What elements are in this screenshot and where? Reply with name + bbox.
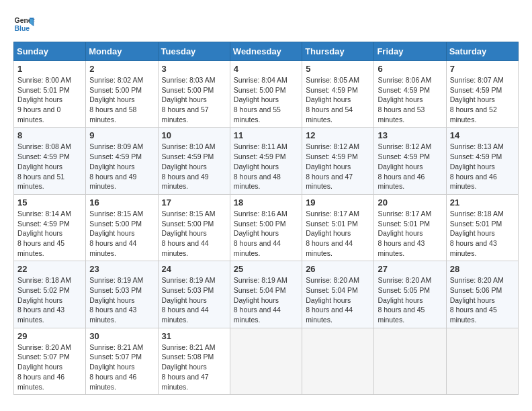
day-cell: 1 Sunrise: 8:00 AM Sunset: 5:01 PM Dayli… <box>14 61 86 128</box>
weekday-sunday: Sunday <box>14 42 86 61</box>
day-info: Sunrise: 8:19 AM Sunset: 5:04 PM Dayligh… <box>234 275 298 324</box>
day-info: Sunrise: 8:09 AM Sunset: 4:59 PM Dayligh… <box>89 142 154 191</box>
day-info: Sunrise: 8:15 AM Sunset: 5:00 PM Dayligh… <box>89 209 154 258</box>
day-cell: 27 Sunrise: 8:20 AM Sunset: 5:05 PM Dayl… <box>374 261 446 328</box>
day-info: Sunrise: 8:12 AM Sunset: 4:59 PM Dayligh… <box>378 142 442 191</box>
day-cell: 11 Sunrise: 8:11 AM Sunset: 4:59 PM Dayl… <box>230 128 302 194</box>
day-info: Sunrise: 8:04 AM Sunset: 5:00 PM Dayligh… <box>234 75 298 124</box>
weekday-monday: Monday <box>86 42 158 61</box>
day-info: Sunrise: 8:13 AM Sunset: 4:59 PM Dayligh… <box>450 142 515 191</box>
day-info: Sunrise: 8:20 AM Sunset: 5:06 PM Dayligh… <box>450 275 515 324</box>
day-number: 26 <box>306 264 370 274</box>
day-info: Sunrise: 8:03 AM Sunset: 5:00 PM Dayligh… <box>162 75 226 124</box>
day-info: Sunrise: 8:21 AM Sunset: 5:07 PM Dayligh… <box>89 342 154 392</box>
day-number: 6 <box>378 64 442 74</box>
day-info: Sunrise: 8:12 AM Sunset: 4:59 PM Dayligh… <box>306 142 370 191</box>
svg-text:Blue: Blue <box>15 25 30 32</box>
day-number: 14 <box>450 130 515 140</box>
weekday-tuesday: Tuesday <box>158 42 230 61</box>
day-info: Sunrise: 8:14 AM Sunset: 4:59 PM Dayligh… <box>17 209 82 258</box>
day-number: 1 <box>17 64 82 74</box>
day-info: Sunrise: 8:18 AM Sunset: 5:01 PM Dayligh… <box>450 209 515 258</box>
week-row-1: 1 Sunrise: 8:00 AM Sunset: 5:01 PM Dayli… <box>14 61 519 128</box>
logo: General Blue <box>13 13 38 35</box>
day-cell: 19 Sunrise: 8:17 AM Sunset: 5:01 PM Dayl… <box>302 194 374 261</box>
day-info: Sunrise: 8:06 AM Sunset: 4:59 PM Dayligh… <box>378 75 442 124</box>
day-info: Sunrise: 8:07 AM Sunset: 4:59 PM Dayligh… <box>450 75 515 124</box>
day-info: Sunrise: 8:17 AM Sunset: 5:01 PM Dayligh… <box>378 209 442 258</box>
day-info: Sunrise: 8:18 AM Sunset: 5:02 PM Dayligh… <box>17 275 82 324</box>
day-cell: 26 Sunrise: 8:20 AM Sunset: 5:04 PM Dayl… <box>302 261 374 328</box>
day-info: Sunrise: 8:00 AM Sunset: 5:01 PM Dayligh… <box>17 75 82 124</box>
day-number: 5 <box>306 64 370 74</box>
weekday-header-row: SundayMondayTuesdayWednesdayThursdayFrid… <box>14 42 519 61</box>
week-row-4: 22 Sunrise: 8:18 AM Sunset: 5:02 PM Dayl… <box>14 261 519 328</box>
day-number: 25 <box>234 264 298 274</box>
day-cell: 5 Sunrise: 8:05 AM Sunset: 4:59 PM Dayli… <box>302 61 374 128</box>
day-number: 18 <box>234 197 298 208</box>
week-row-3: 15 Sunrise: 8:14 AM Sunset: 4:59 PM Dayl… <box>14 194 519 261</box>
day-cell: 4 Sunrise: 8:04 AM Sunset: 5:00 PM Dayli… <box>230 61 302 128</box>
day-info: Sunrise: 8:05 AM Sunset: 4:59 PM Dayligh… <box>306 75 370 124</box>
day-number: 12 <box>306 130 370 140</box>
calendar-table: SundayMondayTuesdayWednesdayThursdayFrid… <box>13 42 519 395</box>
day-number: 31 <box>162 331 226 341</box>
day-number: 4 <box>234 64 298 74</box>
day-cell: 6 Sunrise: 8:06 AM Sunset: 4:59 PM Dayli… <box>374 61 446 128</box>
page-header: General Blue <box>13 13 519 35</box>
day-info: Sunrise: 8:21 AM Sunset: 5:08 PM Dayligh… <box>162 342 226 392</box>
day-cell: 21 Sunrise: 8:18 AM Sunset: 5:01 PM Dayl… <box>446 194 518 261</box>
day-cell <box>446 328 518 394</box>
day-cell: 31 Sunrise: 8:21 AM Sunset: 5:08 PM Dayl… <box>158 328 230 394</box>
day-cell: 3 Sunrise: 8:03 AM Sunset: 5:00 PM Dayli… <box>158 61 230 128</box>
day-cell: 17 Sunrise: 8:15 AM Sunset: 5:00 PM Dayl… <box>158 194 230 261</box>
day-cell: 7 Sunrise: 8:07 AM Sunset: 4:59 PM Dayli… <box>446 61 518 128</box>
day-cell: 12 Sunrise: 8:12 AM Sunset: 4:59 PM Dayl… <box>302 128 374 194</box>
day-number: 9 <box>89 130 154 140</box>
weekday-wednesday: Wednesday <box>230 42 302 61</box>
day-number: 8 <box>17 130 82 140</box>
day-info: Sunrise: 8:19 AM Sunset: 5:03 PM Dayligh… <box>162 275 226 324</box>
day-number: 24 <box>162 264 226 274</box>
day-cell <box>374 328 446 394</box>
day-number: 3 <box>162 64 226 74</box>
day-cell: 24 Sunrise: 8:19 AM Sunset: 5:03 PM Dayl… <box>158 261 230 328</box>
weekday-thursday: Thursday <box>302 42 374 61</box>
day-cell: 30 Sunrise: 8:21 AM Sunset: 5:07 PM Dayl… <box>86 328 158 394</box>
day-info: Sunrise: 8:11 AM Sunset: 4:59 PM Dayligh… <box>234 142 298 191</box>
day-cell: 28 Sunrise: 8:20 AM Sunset: 5:06 PM Dayl… <box>446 261 518 328</box>
day-number: 10 <box>162 130 226 140</box>
week-row-5: 29 Sunrise: 8:20 AM Sunset: 5:07 PM Dayl… <box>14 328 519 394</box>
day-cell: 2 Sunrise: 8:02 AM Sunset: 5:00 PM Dayli… <box>86 61 158 128</box>
day-cell: 29 Sunrise: 8:20 AM Sunset: 5:07 PM Dayl… <box>14 328 86 394</box>
day-number: 20 <box>378 197 442 208</box>
day-cell: 14 Sunrise: 8:13 AM Sunset: 4:59 PM Dayl… <box>446 128 518 194</box>
day-info: Sunrise: 8:10 AM Sunset: 4:59 PM Dayligh… <box>162 142 226 191</box>
day-number: 17 <box>162 197 226 208</box>
day-cell: 25 Sunrise: 8:19 AM Sunset: 5:04 PM Dayl… <box>230 261 302 328</box>
day-number: 2 <box>89 64 154 74</box>
day-number: 16 <box>89 197 154 208</box>
day-info: Sunrise: 8:19 AM Sunset: 5:03 PM Dayligh… <box>89 275 154 324</box>
day-cell: 13 Sunrise: 8:12 AM Sunset: 4:59 PM Dayl… <box>374 128 446 194</box>
day-info: Sunrise: 8:20 AM Sunset: 5:04 PM Dayligh… <box>306 275 370 324</box>
day-info: Sunrise: 8:20 AM Sunset: 5:07 PM Dayligh… <box>17 342 82 392</box>
day-number: 23 <box>89 264 154 274</box>
day-cell: 18 Sunrise: 8:16 AM Sunset: 5:00 PM Dayl… <box>230 194 302 261</box>
day-info: Sunrise: 8:20 AM Sunset: 5:05 PM Dayligh… <box>378 275 442 324</box>
week-row-2: 8 Sunrise: 8:08 AM Sunset: 4:59 PM Dayli… <box>14 128 519 194</box>
day-cell: 15 Sunrise: 8:14 AM Sunset: 4:59 PM Dayl… <box>14 194 86 261</box>
day-info: Sunrise: 8:02 AM Sunset: 5:00 PM Dayligh… <box>89 75 154 124</box>
day-number: 30 <box>89 331 154 341</box>
weekday-saturday: Saturday <box>446 42 518 61</box>
day-number: 27 <box>378 264 442 274</box>
day-cell <box>230 328 302 394</box>
day-cell: 9 Sunrise: 8:09 AM Sunset: 4:59 PM Dayli… <box>86 128 158 194</box>
day-number: 13 <box>378 130 442 140</box>
day-number: 22 <box>17 264 82 274</box>
day-cell: 16 Sunrise: 8:15 AM Sunset: 5:00 PM Dayl… <box>86 194 158 261</box>
day-number: 21 <box>450 197 515 208</box>
logo-icon: General Blue <box>13 13 35 35</box>
day-number: 7 <box>450 64 515 74</box>
day-cell: 8 Sunrise: 8:08 AM Sunset: 4:59 PM Dayli… <box>14 128 86 194</box>
